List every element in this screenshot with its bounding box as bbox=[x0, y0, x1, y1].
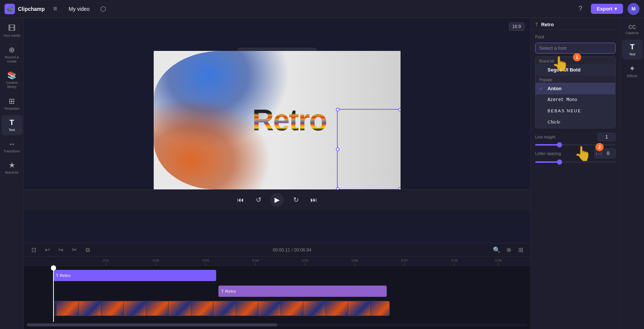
cut-button[interactable]: ✂ bbox=[69, 245, 79, 255]
ruler-label-8: 0:08 bbox=[451, 259, 458, 262]
text-clip-2[interactable]: T Retro bbox=[218, 286, 387, 297]
timeline-zoom-controls: 🔍 ⊕ ⊞ bbox=[491, 245, 526, 255]
playhead-handle[interactable] bbox=[51, 265, 56, 271]
video-thumb-2 bbox=[79, 301, 101, 316]
user-avatar[interactable]: M bbox=[628, 3, 640, 15]
letter-spacing-thumb[interactable] bbox=[557, 159, 562, 165]
right-icon-text[interactable]: T Text bbox=[622, 40, 643, 60]
sidebar-item-label-brand-kit: Brand kit bbox=[5, 171, 19, 175]
hamburger-menu-button[interactable]: ≡ bbox=[49, 3, 61, 15]
sidebar-item-text[interactable]: T Text bbox=[1, 115, 22, 135]
text-clip-icon-1: T bbox=[56, 274, 58, 278]
play-pause-button[interactable]: ▶ bbox=[270, 193, 284, 207]
ruler-label-1: 0:01 bbox=[103, 259, 110, 262]
sidebar-item-label-templates: Templates bbox=[4, 107, 19, 111]
font-search-container bbox=[535, 43, 616, 54]
line-height-input[interactable] bbox=[598, 133, 616, 141]
transitions-icon: ↔ bbox=[8, 140, 16, 148]
line-height-track bbox=[535, 144, 559, 146]
skip-to-end-button[interactable]: ⏭ bbox=[308, 194, 320, 206]
video-thumb-9 bbox=[236, 301, 258, 316]
sidebar-item-record-create[interactable]: ⊕ Record &create bbox=[1, 42, 22, 67]
right-panel-wrapper: T Retro Font Brand kit Segoe UI Bold bbox=[530, 18, 644, 329]
video-thumb-4 bbox=[124, 301, 146, 316]
preview-area: 16:9 ✏ Anton ▾ 132 ▾ ••• bbox=[24, 18, 530, 243]
video-thumb-15 bbox=[371, 301, 390, 316]
letter-spacing-slider[interactable] bbox=[535, 161, 616, 163]
video-thumb-13 bbox=[326, 301, 348, 316]
line-height-slider[interactable] bbox=[535, 144, 616, 146]
your-media-icon: 🎞 bbox=[8, 24, 16, 33]
font-dropdown: Brand kit Segoe UI Bold Popular ✓ Anton … bbox=[535, 57, 616, 128]
sidebar-item-templates[interactable]: ⊞ Templates bbox=[1, 94, 22, 114]
font-item-segoe[interactable]: Segoe UI Bold bbox=[536, 64, 615, 76]
sidebar-item-label-content-library: Content library bbox=[3, 81, 21, 89]
skip-to-start-button[interactable]: ⏮ bbox=[234, 194, 246, 206]
ruler-label-2: 0:02 bbox=[153, 259, 159, 262]
right-icon-effects[interactable]: ✦ Effects bbox=[622, 61, 643, 81]
redo-button[interactable]: ↪ bbox=[55, 245, 66, 255]
fit-to-window-button[interactable]: ⊞ bbox=[515, 245, 526, 255]
font-item-anton[interactable]: ✓ Anton bbox=[536, 83, 615, 94]
font-item-azeret[interactable]: Azeret Mono bbox=[536, 94, 615, 106]
main-layout: 🎞 Your media ⊕ Record &create 📚 Content … bbox=[0, 18, 644, 329]
ruler-label-3: 0:03 bbox=[202, 259, 209, 262]
video-thumb-10 bbox=[258, 301, 281, 316]
video-clip-1[interactable] bbox=[53, 301, 390, 316]
zoom-reset-button[interactable]: ⊕ bbox=[503, 245, 514, 255]
undo-button[interactable]: ↩ bbox=[42, 245, 52, 255]
share-icon[interactable]: ⬡ bbox=[97, 3, 109, 15]
sidebar-item-label-text: Text bbox=[9, 128, 15, 132]
effects-icon: ✦ bbox=[629, 64, 635, 73]
timeline: ⊡ ↩ ↪ ✂ ⧉ 00:00.11 / 00:06.94 🔍 ⊕ ⊞ bbox=[24, 243, 530, 329]
clip-label-1: T Retro bbox=[56, 273, 71, 278]
sidebar-item-label-transitions: Transitions bbox=[4, 149, 20, 153]
text-sidebar-icon: T bbox=[9, 118, 14, 127]
playhead[interactable] bbox=[53, 266, 54, 322]
current-time: 00:00.11 bbox=[273, 247, 290, 253]
sidebar-item-your-media[interactable]: 🎞 Your media bbox=[1, 21, 22, 41]
rewind-button[interactable]: ↺ bbox=[252, 194, 264, 206]
ruler-label-7: 0:07 bbox=[401, 259, 408, 262]
app-logo: 📹 Clipchamp bbox=[4, 4, 45, 14]
ruler-label-6: 0:06 bbox=[352, 259, 358, 262]
text-clip-1[interactable]: T Retro bbox=[53, 270, 216, 281]
zoom-out-button[interactable]: 🔍 bbox=[491, 245, 502, 255]
current-time-display: 00:00.11 / 00:06.94 bbox=[96, 247, 488, 253]
font-name-bebas: BEBAS NEUE bbox=[548, 109, 581, 113]
brand-kit-section-label: Brand kit bbox=[536, 57, 615, 64]
timeline-scrollbar[interactable] bbox=[27, 323, 527, 326]
timeline-toolbar: ⊡ ↩ ↪ ✂ ⧉ 00:00.11 / 00:06.94 🔍 ⊕ ⊞ bbox=[24, 243, 530, 257]
font-item-chicle[interactable]: Chicle bbox=[536, 116, 615, 128]
font-section-title: Font bbox=[535, 34, 616, 40]
letter-spacing-row: Letter spacing |↔| bbox=[535, 149, 616, 158]
sidebar-item-label-your-media: Your media bbox=[3, 34, 20, 38]
video-thumb-14 bbox=[348, 301, 371, 316]
right-icon-label-text: Text bbox=[629, 52, 635, 57]
right-icon-captions[interactable]: CC Captions bbox=[622, 21, 643, 38]
video-thumb-3 bbox=[101, 301, 124, 316]
letter-spacing-input[interactable] bbox=[602, 150, 614, 157]
letter-spacing-input-wrapper: |↔| bbox=[594, 149, 616, 158]
video-title[interactable]: My video bbox=[66, 4, 93, 13]
duplicate-button[interactable]: ⧉ bbox=[82, 245, 93, 255]
export-button[interactable]: Export ▾ bbox=[591, 4, 623, 14]
sidebar-item-brand-kit[interactable]: ★ Brand kit bbox=[1, 158, 22, 178]
right-panel-title: Retro bbox=[541, 22, 554, 27]
line-height-thumb[interactable] bbox=[557, 142, 562, 147]
line-height-row: Line height bbox=[535, 133, 616, 141]
line-height-label: Line height bbox=[535, 135, 595, 139]
sidebar-item-transitions[interactable]: ↔ Transitions bbox=[1, 137, 22, 156]
right-icon-label-effects: Effects bbox=[627, 74, 637, 78]
screen-record-button[interactable]: ⊡ bbox=[28, 245, 39, 255]
font-name-azeret: Azeret Mono bbox=[548, 97, 577, 103]
left-sidebar: 🎞 Your media ⊕ Record &create 📚 Content … bbox=[0, 18, 24, 329]
forward-button[interactable]: ↻ bbox=[290, 194, 302, 206]
sidebar-item-content-library[interactable]: 📚 Content library bbox=[1, 68, 22, 92]
font-search-input[interactable] bbox=[535, 43, 616, 54]
help-icon[interactable]: ? bbox=[574, 3, 586, 15]
video-thumb-1 bbox=[56, 301, 79, 316]
font-item-bebas[interactable]: BEBAS NEUE bbox=[536, 106, 615, 116]
timeline-scrollbar-thumb[interactable] bbox=[27, 323, 277, 326]
timeline-tracks: T Retro T Retro bbox=[24, 266, 530, 322]
